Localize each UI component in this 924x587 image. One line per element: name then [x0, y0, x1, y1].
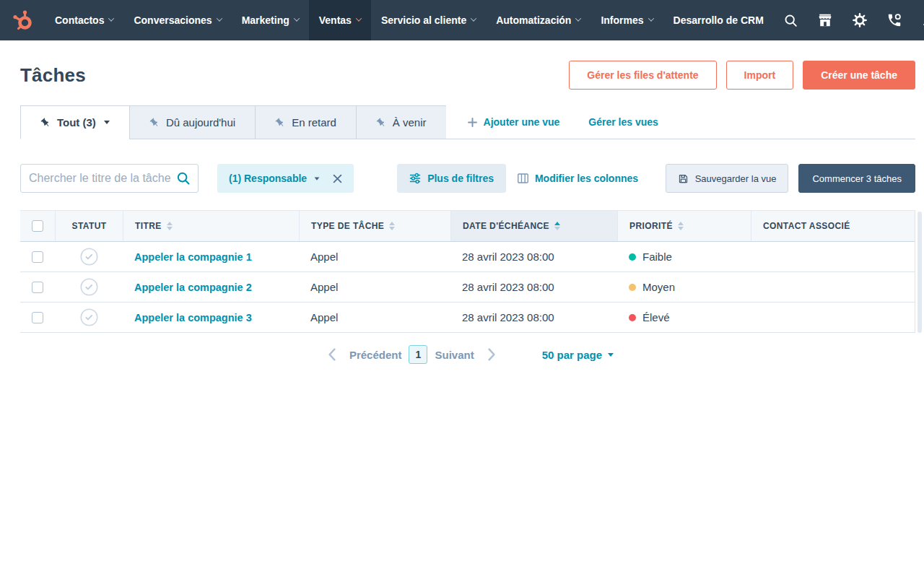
- nav-item-label: Servicio al cliente: [381, 14, 466, 26]
- create-task-button[interactable]: Créer une tâche: [803, 61, 915, 90]
- search-icon[interactable]: [175, 170, 191, 186]
- notifications-button[interactable]: [912, 0, 924, 40]
- calls-button[interactable]: [877, 0, 912, 40]
- task-title-link[interactable]: Appeler la compagnie 3: [134, 312, 252, 323]
- tasks-table: STATUT TITRE TYPE DE TÂCHE DATE D'ÉCHÉAN…: [20, 210, 915, 333]
- next-page-label[interactable]: Suivant: [435, 349, 474, 361]
- filter-bar: (1) Responsable Plus de filtres Modifier…: [20, 164, 915, 193]
- tab-du-aujourdhui[interactable]: Dû aujourd'hui: [129, 105, 255, 139]
- nav-item-label: Marketing: [242, 14, 289, 26]
- nav-item-desarrollo-de-crm[interactable]: Desarrollo de CRM: [663, 0, 774, 40]
- more-filters-button[interactable]: Plus de filtres: [397, 164, 506, 193]
- search-button[interactable]: [774, 0, 808, 40]
- sort-arrows-icon-ascending: [554, 222, 560, 231]
- manage-views-button[interactable]: Gérer les vues: [588, 116, 658, 128]
- owner-filter-chip[interactable]: (1) Responsable: [217, 164, 354, 193]
- column-header-type[interactable]: TYPE DE TÂCHE: [299, 211, 450, 241]
- next-page-button[interactable]: [481, 345, 502, 364]
- column-label: TITRE: [135, 221, 162, 231]
- settings-button[interactable]: [842, 0, 877, 40]
- status-cell: [55, 278, 123, 296]
- more-filters-label: Plus de filtres: [427, 173, 494, 184]
- task-title-link[interactable]: Appeler la compagnie 2: [134, 282, 252, 293]
- row-checkbox[interactable]: [32, 312, 43, 323]
- tab-tout[interactable]: Tout (3): [20, 105, 129, 139]
- search-input[interactable]: [20, 164, 199, 193]
- nav-item-label: Conversaciones: [134, 14, 212, 26]
- remove-filter-button[interactable]: [333, 174, 342, 183]
- hubspot-logo[interactable]: [9, 0, 45, 40]
- status-cell: [55, 248, 123, 266]
- page-title: Tâches: [20, 64, 86, 87]
- table-scrollbar[interactable]: [918, 212, 922, 333]
- search-icon: [783, 13, 798, 28]
- type-cell: Appel: [299, 281, 450, 293]
- edit-columns-button[interactable]: Modifier les colonnes: [518, 173, 638, 184]
- type-cell: Appel: [299, 311, 450, 323]
- column-header-title[interactable]: TITRE: [123, 211, 299, 241]
- priority-dot: [629, 314, 636, 321]
- title-cell: Appeler la compagnie 2: [123, 281, 299, 293]
- caret-down-icon: [315, 177, 320, 180]
- complete-task-icon[interactable]: [80, 248, 98, 266]
- pin-icon: [38, 116, 53, 130]
- tab-label: En retard: [292, 116, 336, 129]
- column-header-due-date[interactable]: DATE D'ÉCHÉANCE: [450, 211, 617, 241]
- column-header-priority[interactable]: PRIORITÉ: [617, 211, 751, 241]
- header-actions: Gérer les files d'attente Import Créer u…: [569, 61, 915, 90]
- chevron-down-icon: [294, 15, 300, 21]
- previous-page-button[interactable]: [322, 345, 342, 364]
- tab-en-retard[interactable]: En retard: [255, 105, 356, 139]
- nav-item-servicio-al-cliente[interactable]: Servicio al cliente: [371, 0, 486, 40]
- priority-label: Faible: [642, 251, 672, 263]
- nav-menu: Contactos Conversaciones Marketing Venta…: [45, 0, 774, 40]
- marketplace-button[interactable]: [808, 0, 842, 40]
- nav-item-marketing[interactable]: Marketing: [232, 0, 309, 40]
- nav-item-label: Informes: [601, 14, 643, 26]
- column-header-status[interactable]: STATUT: [55, 211, 123, 241]
- filter-sliders-icon: [409, 173, 421, 184]
- chevron-down-icon: [216, 15, 222, 21]
- owner-filter-label: (1) Responsable: [229, 173, 307, 184]
- import-button[interactable]: Import: [726, 61, 794, 90]
- column-header-contact[interactable]: CONTACT ASSOCIÉ: [751, 211, 915, 241]
- select-all-checkbox[interactable]: [32, 220, 43, 232]
- current-page-button[interactable]: 1: [409, 345, 427, 364]
- start-tasks-button[interactable]: Commencer 3 tâches: [798, 164, 915, 193]
- nav-item-ventas[interactable]: Ventas: [309, 0, 371, 40]
- row-checkbox[interactable]: [32, 282, 43, 293]
- priority-cell: Élevé: [617, 311, 751, 323]
- title-cell: Appeler la compagnie 3: [123, 311, 299, 323]
- save-view-button[interactable]: Sauvegarder la vue: [666, 164, 789, 193]
- chevron-down-icon: [471, 15, 476, 21]
- page-header: Tâches Gérer les files d'attente Import …: [20, 61, 915, 90]
- previous-page-label[interactable]: Précédent: [349, 349, 402, 361]
- complete-task-icon[interactable]: [80, 308, 98, 326]
- nav-item-label: Automatización: [496, 14, 571, 26]
- nav-item-conversaciones[interactable]: Conversaciones: [123, 0, 231, 40]
- task-title-link[interactable]: Appeler la compagnie 1: [134, 251, 252, 263]
- views-actions: Ajouter une vue Gérer les vues: [468, 105, 658, 139]
- row-select-cell: [20, 251, 55, 263]
- per-page-select[interactable]: 50 par page: [542, 349, 614, 361]
- manage-queues-button[interactable]: Gérer les files d'attente: [569, 61, 716, 90]
- tab-a-venir[interactable]: À venir: [356, 105, 446, 139]
- phone-call-icon: [886, 12, 902, 28]
- per-page-label: 50 par page: [542, 349, 602, 361]
- row-checkbox[interactable]: [32, 251, 43, 263]
- complete-task-icon[interactable]: [80, 278, 98, 296]
- chevron-down-icon: [648, 15, 653, 21]
- save-icon: [678, 173, 689, 184]
- add-view-button[interactable]: Ajouter une vue: [468, 116, 560, 128]
- table-row: Appeler la compagnie 2 Appel 28 avril 20…: [20, 272, 915, 303]
- table-row: Appeler la compagnie 1 Appel 28 avril 20…: [20, 242, 915, 272]
- hubspot-sprocket-icon: [10, 8, 35, 32]
- column-label: DATE D'ÉCHÉANCE: [463, 221, 549, 231]
- nav-item-informes[interactable]: Informes: [590, 0, 663, 40]
- bell-icon: [921, 13, 924, 28]
- nav-item-automatizacion[interactable]: Automatización: [486, 0, 590, 40]
- tab-label: À venir: [393, 116, 427, 129]
- nav-item-label: Ventas: [319, 14, 352, 26]
- caret-down-icon: [608, 353, 614, 357]
- nav-item-contactos[interactable]: Contactos: [45, 0, 123, 40]
